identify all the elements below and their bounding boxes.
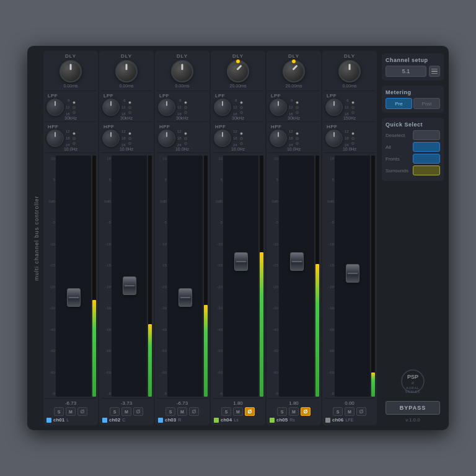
phase-button-ch06[interactable]: Ø xyxy=(356,407,366,416)
surrounds-button[interactable] xyxy=(413,165,440,175)
mute-button-ch02[interactable]: M xyxy=(121,407,131,416)
lpf-knob-ch04[interactable] xyxy=(214,99,231,116)
dly-knob-ch05[interactable] xyxy=(283,60,305,82)
lpf-dots-ch04 xyxy=(240,101,243,114)
fader-scale-ch01: 1050dB-5-10-15-20-30-40-50-60-8 xyxy=(45,156,55,397)
lpf-knob-ch01[interactable] xyxy=(46,99,64,116)
lpf-knob-ch03[interactable] xyxy=(158,99,175,116)
fader-thumb-ch03[interactable] xyxy=(178,288,192,307)
pre-button[interactable]: Pre xyxy=(386,98,412,109)
channel-footer-ch02: -3.73SMØch02C xyxy=(101,398,152,423)
mute-button-ch04[interactable]: M xyxy=(233,407,243,416)
phase-button-ch05[interactable]: Ø xyxy=(301,407,311,416)
dly-knob-ch01[interactable] xyxy=(60,60,82,82)
hpf-knob-ch05[interactable] xyxy=(270,130,287,147)
mute-button-ch06[interactable]: M xyxy=(345,407,355,416)
hpf-knob-ch06[interactable] xyxy=(325,130,343,147)
lpf-dots-ch01 xyxy=(73,101,76,114)
lpf-scale-ch06: 61218 xyxy=(345,99,349,116)
fader-track-ch06[interactable] xyxy=(335,156,370,397)
lpf-value-ch01: 30kHz xyxy=(64,116,77,120)
dly-knob-ch06[interactable] xyxy=(338,60,361,82)
fader-track-ch04[interactable] xyxy=(223,156,258,397)
hpf-label-ch02: HPF xyxy=(104,124,115,130)
lpf-knob-ch06[interactable] xyxy=(325,99,343,116)
phase-button-ch03[interactable]: Ø xyxy=(189,407,199,416)
channel-footer-ch04: 1.80SMØch04Ls xyxy=(213,398,263,423)
fader-track-ch05[interactable] xyxy=(279,156,314,397)
ch-name-ch05: ch05 xyxy=(276,417,288,423)
lpf-scale-ch01: 61218 xyxy=(66,99,70,116)
dly-knob-ch03[interactable] xyxy=(171,60,193,82)
fader-thumb-ch01[interactable] xyxy=(67,288,81,307)
lpf-section-ch01: LPF6121830kHz xyxy=(45,90,96,120)
phase-button-ch02[interactable]: Ø xyxy=(133,407,143,416)
ch-label-row-ch05: ch05Rs xyxy=(268,417,319,423)
mute-button-ch03[interactable]: M xyxy=(177,407,187,416)
fader-track-ch03[interactable] xyxy=(167,156,203,397)
deselect-button[interactable] xyxy=(413,130,440,140)
solo-button-ch05[interactable]: S xyxy=(277,407,287,416)
lpf-knob-ch05[interactable] xyxy=(270,99,287,116)
ch-label-row-ch03: ch03R xyxy=(157,417,208,423)
metering-title: Metering xyxy=(386,89,440,95)
all-button[interactable] xyxy=(413,142,440,152)
hpf-label-ch05: HPF xyxy=(271,124,282,130)
ch-name-ch04: ch04 xyxy=(221,417,232,423)
smb-row-ch02: SMØ xyxy=(110,407,143,416)
solo-button-ch06[interactable]: S xyxy=(333,407,343,416)
fader-thumb-ch04[interactable] xyxy=(234,252,248,271)
hpf-label-ch06: HPF xyxy=(327,124,338,130)
ch-color-ch02 xyxy=(102,418,107,423)
phase-button-ch01[interactable]: Ø xyxy=(77,407,87,416)
bypass-button[interactable]: BYPASS xyxy=(386,401,440,415)
dly-knob-ch02[interactable] xyxy=(115,60,138,82)
phase-button-ch04[interactable]: Ø xyxy=(245,407,255,416)
dly-value-ch03: 0.00ms xyxy=(175,84,190,88)
fader-scale-ch03: 1050dB-5-10-15-20-30-40-50-60-8 xyxy=(157,156,167,397)
hpf-value-ch05: 10.0Hz xyxy=(287,147,301,151)
lpf-scale-ch02: 61218 xyxy=(121,99,126,116)
fader-thumb-ch02[interactable] xyxy=(123,276,136,295)
hpf-knob-ch01[interactable] xyxy=(46,130,64,147)
fader-thumb-ch05[interactable] xyxy=(290,252,304,271)
mute-button-ch01[interactable]: M xyxy=(66,407,76,416)
hpf-value-ch04: 10.0Hz xyxy=(231,147,245,151)
dly-value-ch01: 0.00ms xyxy=(64,84,78,88)
channel-strip-ch04: DLY20.00msLPF6121830kHzHPF12182410.0Hz10… xyxy=(211,51,265,425)
fader-section-ch03: 1050dB-5-10-15-20-30-40-50-60-8 xyxy=(157,152,208,397)
fader-track-ch02[interactable] xyxy=(112,156,147,397)
solo-button-ch03[interactable]: S xyxy=(165,407,175,416)
hpf-knob-ch03[interactable] xyxy=(158,130,175,147)
lpf-knob-ch02[interactable] xyxy=(102,99,120,116)
smb-row-ch03: SMØ xyxy=(165,407,199,416)
fader-section-ch05: 1050dB-5-10-15-20-30-40-50-60-8 xyxy=(268,152,319,397)
channel-setup-value[interactable]: 5.1 xyxy=(386,66,426,77)
lpf-section-ch03: LPF6121830kHz xyxy=(157,90,208,120)
metering-section: Metering Pre Post xyxy=(382,86,444,113)
fader-section-ch04: 1050dB-5-10-15-20-30-40-50-60-8 xyxy=(213,152,263,397)
solo-button-ch02[interactable]: S xyxy=(110,407,120,416)
fader-thumb-ch06[interactable] xyxy=(346,264,359,283)
quick-select-section: Quick Select Deselect All Fronts Surroun… xyxy=(382,118,444,181)
hpf-scale-ch02: 121824 xyxy=(121,130,126,147)
meter-ch06 xyxy=(371,156,375,397)
post-button[interactable]: Post xyxy=(413,98,440,109)
lpf-label-ch01: LPF xyxy=(48,93,58,99)
hpf-dots-ch05 xyxy=(296,132,299,145)
solo-button-ch01[interactable]: S xyxy=(54,407,64,416)
hpf-knob-ch02[interactable] xyxy=(102,130,120,147)
channel-strip-ch03: DLY0.00msLPF6121830kHzHPF12182410.0Hz105… xyxy=(155,51,209,425)
dly-knob-ch04[interactable] xyxy=(227,60,249,82)
solo-button-ch04[interactable]: S xyxy=(221,407,231,416)
lpf-scale-ch04: 61218 xyxy=(233,99,237,116)
lpf-section-ch04: LPF6121830kHz xyxy=(213,90,263,120)
hpf-dots-ch02 xyxy=(128,132,131,145)
ch-sub-ch06: LFE xyxy=(345,418,353,422)
hpf-knob-ch04[interactable] xyxy=(214,130,231,147)
mute-button-ch05[interactable]: M xyxy=(289,407,299,416)
smb-row-ch06: SMØ xyxy=(333,407,366,416)
fader-track-ch01[interactable] xyxy=(56,156,91,397)
channel-setup-menu-button[interactable] xyxy=(429,66,440,77)
fronts-button[interactable] xyxy=(413,154,440,164)
